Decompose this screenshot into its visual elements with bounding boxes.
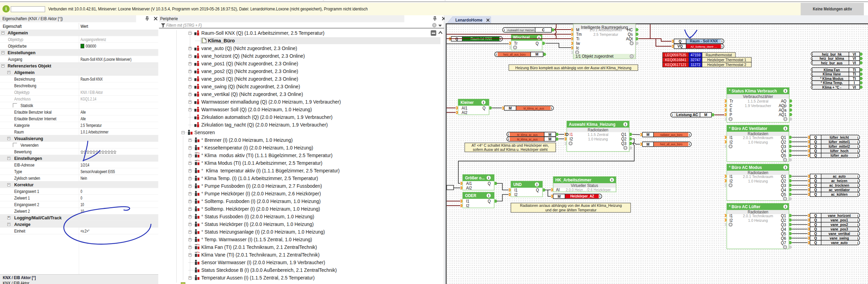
svg-text:Q1: Q1 xyxy=(781,135,786,139)
svg-text:i: i xyxy=(812,86,813,89)
svg-text:i: i xyxy=(857,241,858,244)
svg-text:KEQ0517121: KEQ0517121 xyxy=(665,63,686,67)
svg-text:AQt: AQt xyxy=(626,37,633,41)
svg-text:VI: VI xyxy=(853,61,856,65)
svg-text:Heizung Büro komplett aus abhä: Heizung Büro komplett aus abhängig von d… xyxy=(515,65,631,70)
svg-text:i: i xyxy=(857,188,858,192)
svg-text:i: i xyxy=(857,227,858,231)
svg-text:AI2: AI2 xyxy=(466,186,472,190)
svg-text:Q: Q xyxy=(814,188,817,192)
svg-text:AI2: AI2 xyxy=(462,111,467,115)
svg-text:i: i xyxy=(785,89,786,93)
svg-text:Q: Q xyxy=(536,41,539,46)
svg-text:heiz_all_aus_büro: heiz_all_aus_büro xyxy=(660,143,682,146)
svg-text:AQp: AQp xyxy=(779,104,786,108)
svg-text:lüfter_hoch: lüfter_hoch xyxy=(830,149,849,153)
svg-text:Q: Q xyxy=(814,241,817,245)
svg-text:Q3: Q3 xyxy=(621,141,626,146)
svg-text:AQ1: AQ1 xyxy=(779,113,786,117)
svg-text:i: i xyxy=(857,218,858,222)
svg-text:Q: Q xyxy=(814,222,817,227)
svg-text:M: M xyxy=(536,52,539,56)
svg-text:i: i xyxy=(504,28,505,32)
svg-text:VQ: VQ xyxy=(677,44,683,48)
svg-text:2.0.1 Technikraum: 2.0.1 Technikraum xyxy=(743,174,773,178)
svg-text:Q3: Q3 xyxy=(781,183,786,187)
svg-text:TI: TI xyxy=(853,68,856,72)
svg-text:KEQ0516841: KEQ0516841 xyxy=(665,58,686,62)
svg-text:heiz_bur_hk: heiz_bur_hk xyxy=(822,52,842,56)
svg-text:Tx: Tx xyxy=(197,152,200,154)
svg-text:Q: Q xyxy=(482,106,486,110)
svg-text:Q: Q xyxy=(814,236,817,240)
svg-text:1.0 Heizung: 1.0 Heizung xyxy=(748,140,768,144)
svg-text:M: M xyxy=(647,142,650,146)
svg-text:Radiatoren an/aus abhängig von: Radiatoren an/aus abhängig von der Ausw … xyxy=(520,203,622,208)
svg-text:i: i xyxy=(857,175,858,178)
svg-text:Auswahl nur Heizen: Auswahl nur Heizen xyxy=(507,29,534,32)
svg-text:I1: I1 xyxy=(466,199,469,203)
svg-text:I2: I2 xyxy=(730,140,733,144)
svg-text:Klima + °C -: Klima + °C - xyxy=(822,85,841,89)
svg-text:VI: VI xyxy=(853,85,856,89)
svg-text:vane_pos2: vane_pos2 xyxy=(831,222,848,226)
svg-text:I: I xyxy=(854,81,855,85)
svg-text:Auswahl Klima_Heizung: Auswahl Klima_Heizung xyxy=(569,122,615,127)
svg-text:HC: HC xyxy=(627,28,633,32)
svg-text:lüfter_auto: lüfter_auto xyxy=(831,153,848,157)
svg-text:lüfter_mittel2: lüfter_mittel2 xyxy=(829,144,850,148)
svg-text:i: i xyxy=(483,100,484,104)
svg-text:i: i xyxy=(812,57,813,60)
svg-text:Q: Q xyxy=(814,227,817,231)
svg-text:i: i xyxy=(612,178,613,182)
svg-text:AZ_Solltemp_übertr ....: AZ_Solltemp_übertr .... xyxy=(691,45,717,48)
svg-text:Qs: Qs xyxy=(628,32,633,36)
svg-text:M: M xyxy=(576,28,579,32)
svg-text:M_klima_ac_aus: M_klima_ac_aus xyxy=(517,138,538,141)
svg-text:i: i xyxy=(785,165,786,169)
svg-text:° Büro AC Modus: ° Büro AC Modus xyxy=(729,165,762,170)
svg-text:Q1: Q1 xyxy=(781,213,786,218)
svg-text:M: M xyxy=(704,113,707,117)
svg-text:Wischrel...: Wischrel... xyxy=(513,35,533,40)
svg-text:i: i xyxy=(857,145,858,148)
svg-text:AI1: AI1 xyxy=(466,181,472,186)
svg-text:ac_trocknen: ac_trocknen xyxy=(829,183,849,187)
svg-text:C: C xyxy=(730,104,732,108)
svg-text:ac_kühlen: ac_kühlen xyxy=(831,192,848,196)
svg-text:Tm: Tm xyxy=(576,32,582,36)
svg-text:i: i xyxy=(857,184,858,187)
svg-text:E: E xyxy=(730,108,732,112)
svg-text:Tx: Tx xyxy=(197,251,200,253)
svg-text:1/1 Objekt zugeordnet: 1/1 Objekt zugeordnet xyxy=(575,54,614,58)
svg-text:i: i xyxy=(488,194,489,197)
svg-text:lüfter_mittel1: lüfter_mittel1 xyxy=(829,140,850,144)
svg-text:Q1: Q1 xyxy=(781,174,786,178)
svg-text:M_klima_ac_aus: M_klima_ac_aus xyxy=(523,107,544,110)
svg-text:I2: I2 xyxy=(730,218,733,222)
svg-text:Q: Q xyxy=(488,199,491,203)
svg-text:Radiotasten: Radiotasten xyxy=(588,128,608,132)
svg-text:Q1: Q1 xyxy=(621,132,626,137)
svg-text:M: M xyxy=(548,137,551,141)
svg-text:i: i xyxy=(689,133,690,136)
svg-text:TI: TI xyxy=(853,76,856,81)
svg-text:i: i xyxy=(812,68,813,72)
svg-text:i: i xyxy=(812,72,813,76)
svg-text:i: i xyxy=(551,106,552,110)
svg-text:Tx: Tx xyxy=(197,244,200,246)
svg-text:Iw: Iw xyxy=(576,41,580,46)
svg-text:i: i xyxy=(857,193,858,196)
svg-text:Ic: Ic xyxy=(576,46,579,50)
svg-text:Verbrauchszähler: Verbrauchszähler xyxy=(743,94,773,98)
svg-text:i: i xyxy=(508,137,509,141)
svg-text:Q5: Q5 xyxy=(781,153,786,157)
svg-text:AT <4° C schaltet Klima ab und: AT <4° C schaltet Klima ab und Heizkörpe… xyxy=(472,143,549,147)
svg-text:i: i xyxy=(857,214,858,217)
svg-text:Q3: Q3 xyxy=(781,144,786,148)
svg-text:Ti: Ti xyxy=(576,37,579,41)
svg-text:Heizkörper_AZ: Heizkörper_AZ xyxy=(570,194,594,198)
svg-text:Größer o...: Größer o... xyxy=(465,176,484,180)
svg-text:ODER: ODER xyxy=(465,194,477,198)
svg-text:M: M xyxy=(558,194,561,198)
